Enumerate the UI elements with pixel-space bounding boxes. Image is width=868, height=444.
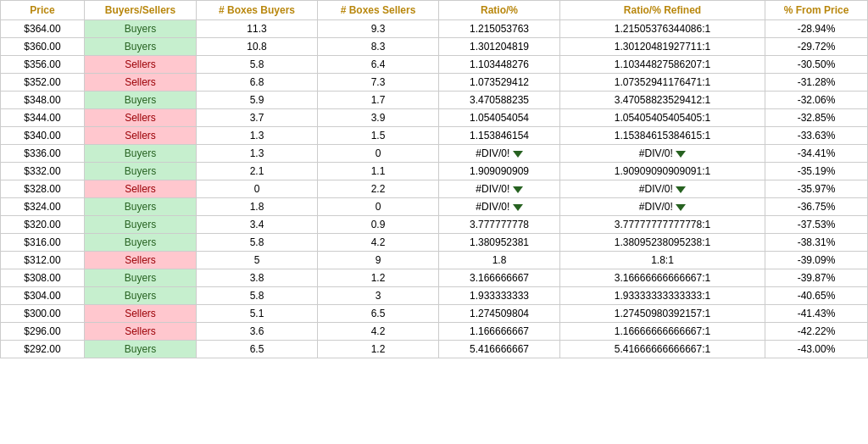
price-cell: $340.00 — [1, 127, 85, 145]
table-row: $308.00Buyers3.81.23.1666666673.16666666… — [1, 269, 868, 287]
boxes-sellers-cell: 1.2 — [318, 341, 439, 358]
ratio-cell: 1.103448276 — [439, 56, 560, 74]
table-row: $316.00Buyers5.84.21.3809523811.38095238… — [1, 234, 868, 252]
ratio-refined-cell: 5.41666666666667:1 — [560, 341, 765, 358]
ratio-cell: 5.416666667 — [439, 341, 560, 358]
table-row: $344.00Sellers3.73.91.0540540541.0540540… — [1, 109, 868, 127]
boxes-buyers-cell: 1.8 — [197, 198, 318, 216]
boxes-sellers-cell: 8.3 — [318, 38, 439, 56]
buyers-sellers-cell: Sellers — [85, 109, 197, 127]
from-price-cell: -43.00% — [765, 341, 868, 358]
ratio-refined-cell: 1.8:1 — [560, 252, 765, 269]
ratio-cell: #DIV/0! — [439, 198, 560, 216]
ratio-cell: 1.166666667 — [439, 323, 560, 341]
from-price-cell: -36.75% — [765, 198, 868, 216]
ratio-refined-cell: #DIV/0! — [560, 145, 765, 163]
from-price-cell: -40.65% — [765, 287, 868, 305]
ratio-refined-cell: 1.93333333333333:1 — [560, 287, 765, 305]
price-cell: $296.00 — [1, 323, 85, 341]
ratio-refined-cell: 1.90909090909091:1 — [560, 163, 765, 180]
price-cell: $356.00 — [1, 56, 85, 74]
boxes-sellers-cell: 1.2 — [318, 269, 439, 287]
boxes-sellers-cell: 1.5 — [318, 127, 439, 145]
boxes-buyers-cell: 3.8 — [197, 269, 318, 287]
boxes-sellers-cell: 1.7 — [318, 92, 439, 109]
boxes-sellers-cell: 0.9 — [318, 216, 439, 234]
from-price-cell: -31.28% — [765, 74, 868, 92]
boxes-buyers-cell: 3.4 — [197, 216, 318, 234]
buyers-sellers-cell: Buyers — [85, 216, 197, 234]
boxes-buyers-cell: 2.1 — [197, 163, 318, 180]
table-row: $340.00Sellers1.31.51.1538461541.1538461… — [1, 127, 868, 145]
from-price-cell: -42.22% — [765, 323, 868, 341]
ratio-refined-cell: #DIV/0! — [560, 198, 765, 216]
table-row: $304.00Buyers5.831.9333333331.9333333333… — [1, 287, 868, 305]
from-price-cell: -29.72% — [765, 38, 868, 56]
boxes-sellers-cell: 2.2 — [318, 180, 439, 198]
boxes-buyers-cell: 10.8 — [197, 38, 318, 56]
from-price-cell: -30.50% — [765, 56, 868, 74]
ratio-refined-cell: 1.21505376344086:1 — [560, 20, 765, 38]
boxes-buyers-cell: 6.5 — [197, 341, 318, 358]
boxes-sellers-cell: 0 — [318, 145, 439, 163]
ratio-refined-cell: 1.15384615384615:1 — [560, 127, 765, 145]
from-price-cell: -32.85% — [765, 109, 868, 127]
boxes-buyers-cell: 5.8 — [197, 56, 318, 74]
price-cell: $320.00 — [1, 216, 85, 234]
ratio-refined-cell: 1.30120481927711:1 — [560, 38, 765, 56]
ratio-refined-cell: 1.38095238095238:1 — [560, 234, 765, 252]
buyers-sellers-cell: Buyers — [85, 145, 197, 163]
table-row: $332.00Buyers2.11.11.9090909091.90909090… — [1, 163, 868, 180]
from-price-cell: -35.97% — [765, 180, 868, 198]
price-cell: $328.00 — [1, 180, 85, 198]
price-cell: $332.00 — [1, 163, 85, 180]
boxes-sellers-cell: 6.4 — [318, 56, 439, 74]
buyers-sellers-cell: Sellers — [85, 74, 197, 92]
table-row: $356.00Sellers5.86.41.1034482761.1034482… — [1, 56, 868, 74]
boxes-sellers-cell: 9.3 — [318, 20, 439, 38]
ratio-refined-cell: #DIV/0! — [560, 180, 765, 198]
boxes-buyers-cell: 5.8 — [197, 234, 318, 252]
boxes-buyers-cell: 1.3 — [197, 127, 318, 145]
ratio-cell: 1.909090909 — [439, 163, 560, 180]
price-cell: $304.00 — [1, 287, 85, 305]
price-cell: $324.00 — [1, 198, 85, 216]
ratio-cell: 3.166666667 — [439, 269, 560, 287]
ratio-refined-cell: 1.05405405405405:1 — [560, 109, 765, 127]
price-cell: $364.00 — [1, 20, 85, 38]
table-row: $352.00Sellers6.87.31.0735294121.0735294… — [1, 74, 868, 92]
header-buyers-sellers: Buyers/Sellers — [85, 1, 197, 20]
from-price-cell: -38.31% — [765, 234, 868, 252]
header-ratio: Ratio/% — [439, 1, 560, 20]
boxes-buyers-cell: 11.3 — [197, 20, 318, 38]
ratio-cell: 3.470588235 — [439, 92, 560, 109]
boxes-buyers-cell: 5.1 — [197, 305, 318, 323]
from-price-cell: -34.41% — [765, 145, 868, 163]
price-cell: $336.00 — [1, 145, 85, 163]
from-price-cell: -39.87% — [765, 269, 868, 287]
table-row: $312.00Sellers591.81.8:1-39.09% — [1, 252, 868, 269]
table-row: $348.00Buyers5.91.73.4705882353.47058823… — [1, 92, 868, 109]
boxes-sellers-cell: 7.3 — [318, 74, 439, 92]
buyers-sellers-cell: Sellers — [85, 180, 197, 198]
price-cell: $292.00 — [1, 341, 85, 358]
buyers-sellers-cell: Buyers — [85, 163, 197, 180]
price-cell: $352.00 — [1, 74, 85, 92]
ratio-refined-cell: 1.10344827586207:1 — [560, 56, 765, 74]
table-row: $360.00Buyers10.88.31.3012048191.3012048… — [1, 38, 868, 56]
ratio-cell: 1.274509804 — [439, 305, 560, 323]
ratio-cell: 1.380952381 — [439, 234, 560, 252]
table-row: $336.00Buyers1.30#DIV/0! #DIV/0! -34.41% — [1, 145, 868, 163]
from-price-cell: -39.09% — [765, 252, 868, 269]
price-cell: $300.00 — [1, 305, 85, 323]
boxes-buyers-cell: 5.8 — [197, 287, 318, 305]
main-table-wrapper: Price Buyers/Sellers # Boxes Buyers # Bo… — [0, 0, 868, 358]
boxes-buyers-cell: 5.9 — [197, 92, 318, 109]
boxes-sellers-cell: 3.9 — [318, 109, 439, 127]
ratio-refined-cell: 1.07352941176471:1 — [560, 74, 765, 92]
from-price-cell: -35.19% — [765, 163, 868, 180]
ratio-cell: 1.301204819 — [439, 38, 560, 56]
header-ratio-refined: Ratio/% Refined — [560, 1, 765, 20]
boxes-buyers-cell: 1.3 — [197, 145, 318, 163]
buyers-sellers-cell: Sellers — [85, 323, 197, 341]
